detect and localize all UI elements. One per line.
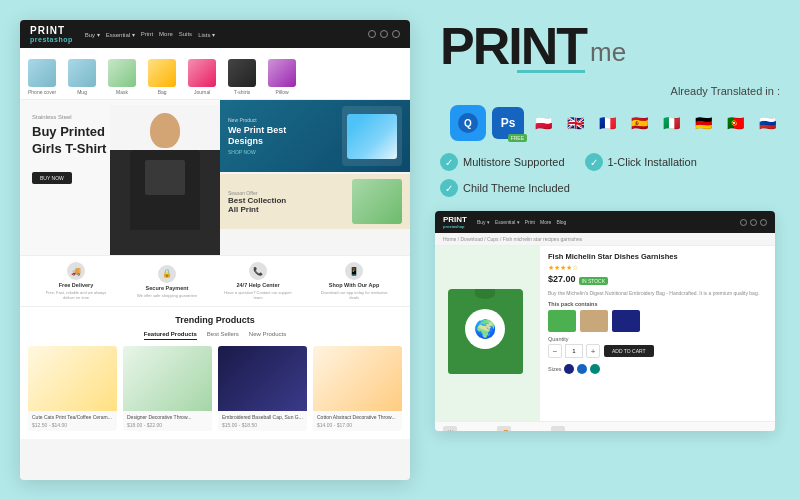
- language-icons: Q Ps FREE 🇵🇱 🇬🇧 🇫🇷 🇪🇸 🇮🇹 🇩🇪 🇵🇹 🇷🇺: [440, 105, 780, 141]
- app-icon: 📱: [345, 262, 363, 280]
- oneclick-text: 1-Click Installation: [608, 156, 697, 168]
- category-mug[interactable]: Mug: [68, 59, 96, 95]
- return-policy-text: Return policy: [568, 431, 594, 432]
- thumb-1[interactable]: [548, 310, 576, 332]
- phone-cover-img: [28, 59, 56, 87]
- search-icon[interactable]: [368, 30, 376, 38]
- qty-minus-button[interactable]: −: [548, 344, 562, 358]
- check-childtheme-icon: ✓: [440, 179, 458, 197]
- product-item-2[interactable]: Designer Decorative Throw... $18.00 - $2…: [123, 346, 212, 431]
- category-bar: Phone cover Mug Mask Bag Journal T-shirt…: [20, 48, 410, 100]
- product-item-1[interactable]: Cute Cats Print Tea/Coffee Ceram... $12.…: [28, 346, 117, 431]
- qty-value: 1: [565, 344, 583, 358]
- product-name-2: Designer Decorative Throw...: [127, 414, 208, 421]
- feature-payment: 🔒 Secure Payment We offer safe shopping …: [137, 265, 197, 298]
- product-price-4: $14.00 - $17.00: [317, 422, 398, 428]
- product-img-3: [218, 346, 307, 411]
- feature-support-desc: Have a question? Contact our support tea…: [223, 290, 293, 300]
- hero-card-top: New Product We Print BestDesigns SHOP NO…: [220, 100, 410, 172]
- flag-ru: 🇷🇺: [754, 110, 780, 136]
- feature-payment-desc: We offer safe shopping guarantee: [137, 293, 197, 298]
- delivery-policy: 🚚 Delivery policy: [497, 426, 543, 431]
- multistore-text: Multistore Supported: [463, 156, 565, 168]
- category-mask[interactable]: Mask: [108, 59, 136, 95]
- tshirt-globe-print: 🌍: [465, 309, 505, 349]
- flag-gb: 🇬🇧: [562, 110, 588, 136]
- model-head: [150, 113, 180, 148]
- security-policy: 🛡 Security policy: [443, 426, 489, 431]
- tab-bestsellers[interactable]: Best Sellers: [207, 329, 239, 340]
- mockup2-search-icon[interactable]: [740, 219, 747, 226]
- ps-icon-wrapper: Ps FREE: [492, 107, 524, 139]
- product-name-3: Embroidered Baseball Cap, Sun G...: [222, 414, 303, 421]
- mug-img: [68, 59, 96, 87]
- user-icon[interactable]: [392, 30, 400, 38]
- product-title: Fish Michelin Star Dishes Garnishes: [548, 252, 767, 261]
- feature-app-desc: Download our app today for exclusive dea…: [319, 290, 389, 300]
- card-top-label: New Product: [228, 117, 334, 123]
- multistore-feature: ✓ Multistore Supported: [440, 153, 565, 171]
- product-price-1: $12.50 - $14.00: [32, 422, 113, 428]
- feature-app: 📱 Shop With Our App Download our app tod…: [319, 262, 389, 300]
- card-top-link[interactable]: SHOP NOW: [228, 149, 334, 155]
- size-row: Sizes: [548, 364, 767, 374]
- hero-left: Stainless Steel Buy PrintedGirls T-Shirt…: [20, 100, 220, 255]
- mockup-2: PRINTprestashop Buy ▾ Essential ▾ Print …: [435, 211, 775, 431]
- right-panel: PRINT me Already Translated in : Q Ps FR…: [430, 20, 780, 431]
- model-body: [130, 150, 200, 230]
- flag-pl: 🇵🇱: [530, 110, 556, 136]
- pack-contains-label: This pack contains: [548, 301, 767, 307]
- support-icon: 📞: [249, 262, 267, 280]
- feature-delivery-desc: Free, Fast, reliable and we always deliv…: [41, 290, 111, 300]
- category-bag[interactable]: Bag: [148, 59, 176, 95]
- flag-pt: 🇵🇹: [722, 110, 748, 136]
- category-phone[interactable]: Phone cover: [28, 59, 56, 95]
- qtranslate-icon: Q: [450, 105, 486, 141]
- thumb-3[interactable]: [612, 310, 640, 332]
- size-dot-1[interactable]: [564, 364, 574, 374]
- mockup2-nav: PRINTprestashop Buy ▾ Essential ▾ Print …: [435, 211, 775, 233]
- model-figure: [110, 105, 220, 255]
- product-item-4[interactable]: Cotton Abstract Decorative Throw... $14.…: [313, 346, 402, 431]
- mockup2-user-icon[interactable]: [760, 219, 767, 226]
- category-journal[interactable]: Journal: [188, 59, 216, 95]
- category-pillow[interactable]: Pillow: [268, 59, 296, 95]
- policy-bar: 🛡 Security policy 🚚 Delivery policy ↩ Re…: [435, 421, 775, 431]
- product-description: Buy the Michelin's Digest Nutritional Em…: [548, 290, 767, 297]
- product-img-2: [123, 346, 212, 411]
- flag-es: 🇪🇸: [626, 110, 652, 136]
- add-to-cart-button[interactable]: ADD TO CART: [604, 345, 654, 357]
- tab-newproducts[interactable]: New Products: [249, 329, 286, 340]
- feature-delivery-title: Free Delivery: [59, 282, 94, 288]
- mockup1-logo: PRINTprestashop: [30, 25, 73, 43]
- qty-plus-button[interactable]: +: [586, 344, 600, 358]
- size-dot-3[interactable]: [590, 364, 600, 374]
- hero-right: New Product We Print BestDesigns SHOP NO…: [220, 100, 410, 255]
- payment-icon: 🔒: [158, 265, 176, 283]
- card-bottom-text: Season Offer Best CollectionAll Print: [228, 190, 344, 214]
- features-bar: 🚚 Free Delivery Free, Fast, reliable and…: [20, 255, 410, 307]
- mockup2-cart-icon[interactable]: [750, 219, 757, 226]
- category-tshirt[interactable]: T-shirts: [228, 59, 256, 95]
- stock-badge: IN STOCK: [579, 277, 609, 285]
- mockup2-logo: PRINTprestashop: [443, 215, 467, 229]
- hero-buy-button[interactable]: BUY NOW: [32, 172, 72, 184]
- thumb-2[interactable]: [580, 310, 608, 332]
- product-card-4: Cotton Abstract Decorative Throw... $14.…: [313, 346, 402, 431]
- qty-add-row: − 1 + ADD TO CART: [548, 344, 767, 361]
- size-dot-2[interactable]: [577, 364, 587, 374]
- cart-icon[interactable]: [380, 30, 388, 38]
- flag-fr: 🇫🇷: [594, 110, 620, 136]
- product-detail: 🌍 Fish Michelin Star Dishes Garnishes ★★…: [435, 246, 775, 421]
- translated-section: Already Translated in : Q Ps FREE 🇵🇱 🇬🇧 …: [430, 85, 780, 141]
- trending-section: Trending Products Featured Products Best…: [20, 307, 410, 439]
- tab-featured[interactable]: Featured Products: [144, 329, 197, 340]
- tshirt-green-body: 🌍: [448, 289, 523, 374]
- card-top-title: We Print BestDesigns: [228, 125, 334, 147]
- brand-name: PRINT me: [440, 20, 626, 72]
- feature-row-1: ✓ Multistore Supported ✓ 1-Click Install…: [440, 153, 780, 171]
- mockup1-nav-links: Buy ▾ Essential ▾ Print More Suits Lists…: [85, 31, 215, 38]
- product-image-area: 🌍: [435, 246, 540, 421]
- product-item-3[interactable]: Embroidered Baseball Cap, Sun G... $15.0…: [218, 346, 307, 431]
- hero-section: Stainless Steel Buy PrintedGirls T-Shirt…: [20, 100, 410, 255]
